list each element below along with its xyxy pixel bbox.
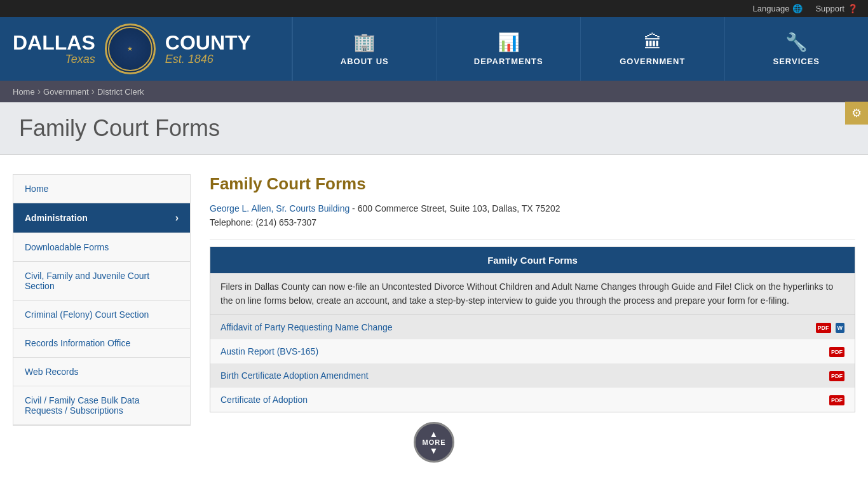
sidebar-home-label: Home [25,184,48,194]
table-header-cell: Family Court Forms [210,247,855,273]
form-birth-cert-link[interactable]: Birth Certificate Adoption Amendment [210,363,804,388]
pdf-icon[interactable]: PDF [816,323,831,333]
form-birth-cert-icons: PDF [804,363,855,388]
nav-about-us-label: ABOUT US [341,57,389,66]
breadcrumb: Home › Government › District Clerk [0,81,868,102]
table-row: Certificate of Adoption PDF [210,388,855,412]
question-icon: ❓ [848,4,858,13]
form-austin-link[interactable]: Austin Report (BVS-165) [210,339,804,363]
nav-government[interactable]: 🏛 GOVERNMENT [580,17,724,81]
nav-government-label: GOVERNMENT [620,57,685,66]
table-head: Family Court Forms [210,247,855,273]
address-link[interactable]: George L. Allen, Sr. Courts Building [210,203,349,214]
nav-departments-label: DEPARTMENTS [474,57,543,66]
sidebar-civil-bulk-label: Civil / Family Case Bulk Data Requests /… [25,395,179,416]
sidebar-criminal-felony-label: Criminal (Felony) Court Section [25,309,149,320]
nav-items: 🏢 ABOUT US 📊 DEPARTMENTS 🏛 GOVERNMENT 🔧 … [292,17,868,81]
pdf-icon[interactable]: PDF [829,371,844,381]
form-affidavit-link[interactable]: Affidavit of Party Requesting Name Chang… [210,315,804,339]
sidebar-item-administration[interactable]: Administration › [13,203,190,233]
sidebar-item-home[interactable]: Home [13,175,190,203]
forms-table: Family Court Forms Filers in Dallas Coun… [210,247,855,412]
services-icon: 🔧 [785,32,808,53]
breadcrumb-sep-2: › [92,86,95,97]
table-body: Filers in Dallas County can now e-file a… [210,273,855,412]
more-button[interactable]: ▲ MORE ▼ [414,422,454,445]
form-cert-adoption-link[interactable]: Certificate of Adoption [210,388,804,412]
address-block: George L. Allen, Sr. Courts Building - 6… [210,201,855,230]
breadcrumb-home[interactable]: Home [13,87,35,97]
breadcrumb-district-clerk[interactable]: District Clerk [97,87,144,97]
more-label: MORE [423,438,446,445]
form-affidavit-icons: PDF W [804,315,855,339]
table-description: Filers in Dallas County can now e-file a… [210,273,855,315]
sidebar-records-info-label: Records Information Office [25,338,130,348]
breadcrumb-government[interactable]: Government [43,87,89,97]
government-icon: 🏛 [644,32,661,53]
language-label: Language [753,4,790,13]
nav-about-us[interactable]: 🏢 ABOUT US [292,17,437,81]
est-text: Est. 1846 [165,53,251,66]
table-row: Affidavit of Party Requesting Name Chang… [210,315,855,339]
logo-area[interactable]: DALLAS Texas ★ COUNTY Est. 1846 [0,17,292,81]
pdf-icon[interactable]: PDF [829,395,844,405]
texas-text: Texas [13,53,95,66]
table-row: Birth Certificate Adoption Amendment PDF [210,363,855,388]
main-header: DALLAS Texas ★ COUNTY Est. 1846 🏢 ABOUT … [0,17,868,81]
dallas-text: DALLAS [13,32,95,53]
sidebar-item-civil-bulk[interactable]: Civil / Family Case Bulk Data Requests /… [13,386,190,425]
sidebar-item-web-records[interactable]: Web Records [13,358,190,386]
content-area: Family Court Forms George L. Allen, Sr. … [210,174,855,426]
support-label: Support [815,4,844,13]
content-title: Family Court Forms [210,174,855,194]
chevron-right-icon: › [175,212,179,224]
seal-star: ★ [127,45,133,53]
gear-icon: ⚙ [851,106,862,120]
sidebar: Home Administration › Downloadable Forms… [13,174,191,426]
building-icon: 🏢 [353,32,376,53]
sidebar-downloadable-forms-label: Downloadable Forms [25,242,109,252]
divider [210,240,855,240]
sidebar-item-records-info[interactable]: Records Information Office [13,329,190,358]
form-cert-adoption-icons: PDF [804,388,855,412]
pdf-icon[interactable]: PDF [829,347,844,357]
seal-inner: ★ [108,27,153,71]
support-link[interactable]: Support ❓ [815,4,858,13]
sidebar-item-downloadable-forms[interactable]: Downloadable Forms [13,233,190,262]
settings-gear[interactable]: ⚙ [845,102,868,125]
top-bar: Language 🌐 Support ❓ [0,0,868,17]
county-text: COUNTY [165,32,251,53]
sidebar-administration-label: Administration [25,213,88,223]
table-description-row: Filers in Dallas County can now e-file a… [210,273,855,315]
table-header-row: Family Court Forms [210,247,855,273]
nav-services-label: SERVICES [773,57,820,66]
form-austin-icons: PDF [804,339,855,363]
sidebar-web-records-label: Web Records [25,367,79,377]
sidebar-item-criminal-felony[interactable]: Criminal (Felony) Court Section [13,301,190,329]
table-row: Austin Report (BVS-165) PDF [210,339,855,363]
nav-services[interactable]: 🔧 SERVICES [724,17,869,81]
county-seal: ★ [105,24,156,74]
arrow-up-icon: ▲ [430,430,439,438]
more-button-overlay: ▲ MORE ▼ [414,422,454,445]
address-detail: - 600 Commerce Street, Suite 103, Dallas… [349,203,560,214]
sidebar-item-civil-family[interactable]: Civil, Family and Juvenile Court Section [13,262,190,301]
globe-icon: 🌐 [792,4,803,13]
address-line1: George L. Allen, Sr. Courts Building - 6… [210,201,855,215]
page-title: Family Court Forms [19,115,849,142]
logo-text-left: DALLAS Texas [13,32,95,66]
departments-icon: 📊 [498,32,520,53]
nav-departments[interactable]: 📊 DEPARTMENTS [437,17,581,81]
logo-text-right: COUNTY Est. 1846 [165,32,251,66]
word-icon[interactable]: W [836,323,845,333]
breadcrumb-sep-1: › [37,86,41,97]
sidebar-civil-family-label: Civil, Family and Juvenile Court Section [25,271,179,291]
telephone: Telephone: (214) 653-7307 [210,215,855,229]
main-content: Home Administration › Downloadable Forms… [0,155,868,445]
page-title-bar: Family Court Forms [0,102,868,155]
language-selector[interactable]: Language 🌐 [753,4,803,13]
